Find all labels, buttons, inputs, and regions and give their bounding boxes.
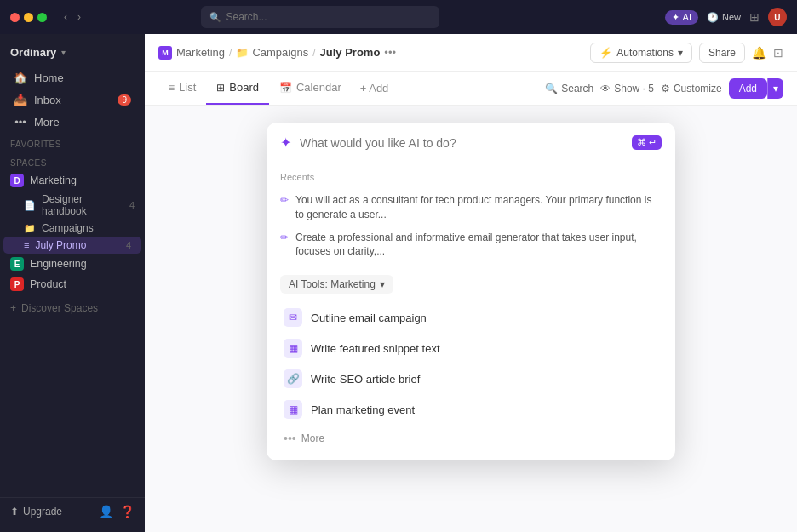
sidebar: Ordinary ▾ 🏠 Home 📥 Inbox 9 ••• More Fav…	[0, 34, 145, 532]
breadcrumb-label: Campaigns	[252, 46, 308, 59]
avatar[interactable]: U	[768, 8, 787, 26]
recent-item-1[interactable]: ✏ You will act as a consultant for tech …	[280, 189, 662, 226]
engineering-icon: E	[10, 257, 24, 271]
layout-icon[interactable]: ⊡	[773, 46, 783, 60]
more-icon: •••	[14, 116, 27, 129]
snippet-tool-icon: ▦	[284, 339, 302, 358]
grid-icon[interactable]: ⊞	[749, 10, 760, 24]
recents-section: Recents ✏ You will act as a consultant f…	[267, 163, 675, 268]
space-label: Engineering	[30, 258, 87, 270]
tool-item-plan[interactable]: ▦ Plan marketing event	[280, 394, 662, 425]
minimize-button[interactable]	[24, 13, 33, 22]
tool-label: Outline email campaign	[311, 312, 427, 324]
recent-text-2: Create a professional and informative em…	[295, 231, 662, 260]
discover-spaces[interactable]: + Discover Spaces	[0, 298, 145, 318]
sub-item-label: Designer handbook	[42, 193, 123, 217]
ai-input-area: ✦ ⌘ ↵	[267, 123, 675, 163]
show-button[interactable]: 👁 Show · 5	[600, 83, 654, 94]
more-dots-icon: •••	[284, 432, 296, 445]
recents-label: Recents	[280, 172, 662, 182]
close-button[interactable]	[10, 13, 20, 22]
new-button[interactable]: 🕐 New	[707, 12, 741, 23]
topbar-right: ✦ AI 🕐 New ⊞ U	[665, 8, 787, 26]
sidebar-item-home[interactable]: 🏠 Home	[3, 67, 141, 89]
space-label: Marketing	[30, 174, 77, 186]
breadcrumb: M Marketing / 📁 Campaigns / July Promo •…	[158, 46, 396, 60]
workspace-header[interactable]: Ordinary ▾	[0, 41, 145, 67]
back-arrow[interactable]: ‹	[60, 9, 71, 25]
breadcrumb-marketing[interactable]: Marketing	[176, 46, 225, 59]
marketing-icon: D	[10, 174, 24, 187]
tab-board[interactable]: ⊞ Board	[206, 72, 269, 105]
ai-badge[interactable]: ✦ AI	[665, 10, 698, 25]
tools-section: AI Tools: Marketing ▾ ✉ Outline email ca…	[267, 268, 675, 460]
ai-icon: ✦	[672, 12, 679, 23]
breadcrumb-campaigns[interactable]: 📁 Campaigns	[236, 46, 308, 59]
recent-text-1: You will act as a consultant for tech pr…	[295, 193, 662, 222]
tool-item-seo[interactable]: 🔗 Write SEO article brief	[280, 363, 662, 394]
tab-calendar[interactable]: 📅 Calendar	[269, 72, 352, 105]
forward-arrow[interactable]: ›	[74, 9, 84, 25]
sidebar-item-more[interactable]: ••• More	[3, 112, 141, 133]
board-content: ✦ ⌘ ↵ Recents ✏ You will act as a consul…	[145, 106, 797, 532]
email-tool-icon: ✉	[284, 308, 302, 327]
sidebar-item-campaigns[interactable]: 📁 Campaigns	[0, 220, 145, 237]
ai-modal: ✦ ⌘ ↵ Recents ✏ You will act as a consul…	[267, 123, 675, 460]
chevron-down-icon: ▾	[380, 278, 385, 290]
tool-item-email[interactable]: ✉ Outline email campaign	[280, 302, 662, 333]
breadcrumb-more[interactable]: •••	[384, 46, 396, 59]
show-icon: 👁	[600, 83, 611, 94]
help-icon[interactable]: ❓	[120, 505, 135, 518]
tab-list[interactable]: ≡ List	[158, 72, 206, 105]
add-task-button[interactable]: Add	[729, 78, 767, 99]
search-icon: 🔍	[545, 83, 558, 94]
clock-icon: 🕐	[707, 12, 719, 23]
sidebar-bottom-icons: 👤 ❓	[99, 505, 135, 518]
automations-button[interactable]: ⚡ Automations ▾	[590, 43, 692, 63]
nav-arrows: ‹ ›	[60, 9, 84, 25]
upgrade-icon: ⬆	[10, 506, 19, 518]
breadcrumb-sep-2: /	[312, 47, 315, 59]
tab-add[interactable]: + Add	[352, 82, 398, 94]
space-product[interactable]: P Product	[0, 274, 145, 295]
workspace-breadcrumb-icon: M	[158, 46, 172, 60]
space-label: Product	[30, 278, 66, 290]
recent-item-2[interactable]: ✏ Create a professional and informative …	[280, 226, 662, 264]
doc-icon: 📄	[24, 200, 36, 211]
notification-icon[interactable]: 🔔	[752, 46, 766, 60]
sidebar-item-july-promo[interactable]: ≡ July Promo 4	[3, 237, 141, 254]
global-search-bar[interactable]: 🔍 Search...	[201, 6, 439, 28]
list-tab-icon: ≡	[169, 82, 175, 94]
user-settings-icon[interactable]: 👤	[99, 505, 113, 518]
add-button-group: Add ▾	[729, 78, 783, 99]
search-tab-button[interactable]: 🔍 Search	[545, 83, 593, 94]
tools-dropdown[interactable]: AI Tools: Marketing ▾	[280, 275, 393, 294]
sidebar-item-designer-handbook[interactable]: 📄 Designer handbook 4	[0, 191, 145, 220]
upgrade-button[interactable]: ⬆ Upgrade	[10, 506, 62, 518]
folder-icon: 📁	[24, 223, 36, 234]
discover-spaces-label: Discover Spaces	[21, 302, 98, 314]
customize-button[interactable]: ⚙ Customize	[661, 83, 722, 94]
tab-label: Calendar	[296, 81, 341, 94]
maximize-button[interactable]	[37, 13, 47, 22]
tab-add-label: + Add	[360, 82, 389, 94]
ai-prompt-input[interactable]	[300, 136, 623, 150]
favorites-label: Favorites	[0, 133, 145, 152]
plus-icon: +	[10, 302, 16, 314]
spaces-label: Spaces	[0, 152, 145, 170]
add-task-dropdown[interactable]: ▾	[767, 78, 783, 99]
tab-actions: 🔍 Search 👁 Show · 5 ⚙ Customize Add ▾	[545, 78, 783, 99]
tool-item-snippet[interactable]: ▦ Write featured snippet text	[280, 333, 662, 363]
more-label: More	[301, 432, 324, 444]
breadcrumb-label: Marketing	[176, 46, 225, 59]
sidebar-item-inbox[interactable]: 📥 Inbox 9	[3, 89, 141, 111]
more-row[interactable]: ••• More	[280, 425, 662, 454]
product-icon: P	[10, 277, 24, 291]
space-marketing[interactable]: D Marketing	[0, 170, 145, 191]
sidebar-nav: 🏠 Home 📥 Inbox 9 ••• More	[0, 67, 145, 133]
share-button[interactable]: Share	[699, 43, 745, 63]
tools-label: AI Tools: Marketing	[289, 278, 376, 290]
recent-icon-1: ✏	[280, 194, 289, 206]
space-engineering[interactable]: E Engineering	[0, 254, 145, 274]
automations-icon: ⚡	[599, 47, 612, 59]
